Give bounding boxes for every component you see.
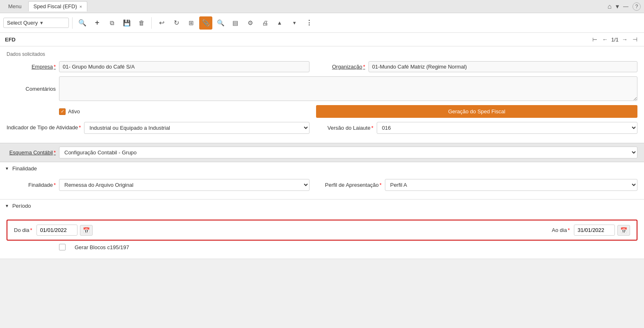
minimize-icon[interactable]: —	[623, 3, 628, 9]
empresa-group: Empresa	[7, 61, 309, 72]
versao-group: Versão do Laiaute 016	[316, 122, 637, 134]
ativo-label: Ativo	[68, 108, 80, 115]
comentarios-textarea[interactable]	[59, 76, 637, 101]
grid-button[interactable]: ⊞	[184, 16, 198, 30]
active-tab-label: Sped Fiscal (EFD)	[34, 3, 77, 9]
geracao-group: Geração do Sped Fiscal	[316, 105, 637, 118]
toolbar-divider-1	[72, 17, 73, 29]
finalidade-select-wrapper: Remessa do Arquivo Original	[59, 179, 309, 191]
finalidade-chevron-icon: ▼	[5, 166, 9, 171]
refresh-button[interactable]: ↻	[170, 16, 183, 30]
delete-button[interactable]: 🗑	[135, 16, 148, 30]
indicador-versao-row: Indicador de Tipo de Atividade Industria…	[7, 122, 637, 134]
perfil-select-wrapper: Perfil A	[385, 179, 637, 191]
periodo-chevron-icon: ▼	[5, 204, 9, 208]
empresa-label[interactable]: Empresa	[7, 64, 56, 70]
tab-close-icon[interactable]: ×	[80, 4, 82, 9]
empresa-input[interactable]	[59, 61, 309, 72]
esquema-select-wrapper: Configuração Contabil - Grupo	[59, 147, 637, 158]
add-button[interactable]: +	[91, 16, 104, 30]
more-button[interactable]: ⋮	[303, 16, 316, 30]
report-button[interactable]: ▤	[229, 16, 242, 30]
gerar-blocos-row: Gerar Blocos c195/197	[7, 244, 637, 250]
home-icon[interactable]: ⌂	[608, 3, 612, 10]
finalidade-label: Finalidade	[7, 182, 56, 188]
esquema-select[interactable]: Configuração Contabil - Grupo	[59, 147, 637, 158]
periodo-section: ▼ Período Do dia 📅 Ao dia 📅	[0, 200, 644, 259]
gerar-blocos-label: Gerar Blocos c195/197	[75, 244, 129, 250]
finalidade-perfil-row: Finalidade Remessa do Arquivo Original P…	[7, 179, 637, 191]
organizacao-input[interactable]	[369, 61, 637, 72]
indicador-select[interactable]: Industrial ou Equipado a Industrial	[84, 122, 309, 133]
versao-label: Versão do Laiaute	[316, 125, 373, 131]
copy-button[interactable]: ⧉	[105, 16, 118, 30]
do-dia-calendar-button[interactable]: 📅	[80, 225, 93, 236]
first-page-button[interactable]: ⊢	[591, 35, 599, 44]
section-title: EFD	[5, 37, 16, 43]
comentarios-row: Comentários	[7, 76, 637, 101]
finalidade-section: ▼ Finalidade Finalidade Remessa do Arqui…	[0, 162, 644, 200]
perfil-select[interactable]: Perfil A	[385, 179, 637, 190]
query-select-label: Select Query	[7, 20, 38, 26]
versao-select[interactable]: 016	[377, 122, 637, 133]
indicador-select-wrapper: Industrial ou Equipado a Industrial	[84, 122, 309, 134]
toolbar-divider-2	[151, 17, 152, 29]
tab-bar-left: Menu Sped Fiscal (EFD) ×	[3, 1, 87, 11]
finalidade-section-title: Finalidade	[12, 165, 37, 172]
perfil-label: Perfil de Apresentação	[316, 182, 382, 188]
help-icon[interactable]: ?	[633, 2, 641, 11]
ao-dia-label: Ao dia	[552, 227, 570, 233]
perfil-group: Perfil de Apresentação Perfil A	[316, 179, 637, 191]
ativo-group: ✓ Ativo	[7, 108, 309, 115]
ao-dia-input[interactable]	[574, 225, 615, 236]
prev-page-button[interactable]: ←	[601, 35, 610, 44]
upload-button[interactable]: ▲	[273, 16, 286, 30]
tab-active[interactable]: Sped Fiscal (EFD) ×	[28, 1, 88, 11]
tab-bar: Menu Sped Fiscal (EFD) × ⌂ ▾ — ?	[0, 0, 644, 13]
arrow-down-icon[interactable]: ▾	[616, 2, 619, 10]
esquema-label[interactable]: Esquema Contábil	[7, 149, 56, 156]
ao-dia-calendar-button[interactable]: 📅	[617, 225, 630, 236]
section-header: EFD ⊢ ← 1/1 → ⊣	[0, 33, 644, 46]
finalidade-group: Finalidade Remessa do Arquivo Original	[7, 179, 309, 191]
esquema-section: Esquema Contábil Configuração Contabil -…	[0, 143, 644, 162]
period-date-box: Do dia 📅 Ao dia 📅	[7, 220, 637, 241]
query-select[interactable]: Select Query ▾	[3, 18, 69, 28]
geracao-sped-button[interactable]: Geração do Sped Fiscal	[316, 105, 637, 118]
main-content: EFD ⊢ ← 1/1 → ⊣ Dados solicitados Empres…	[0, 33, 644, 259]
empresa-organizacao-row: Empresa Organização	[7, 61, 637, 72]
do-dia-input[interactable]	[36, 225, 77, 236]
finalidade-header[interactable]: ▼ Finalidade	[0, 162, 644, 175]
more-down-button[interactable]: ▾	[288, 16, 301, 30]
last-page-button[interactable]: ⊣	[631, 35, 639, 44]
tab-menu[interactable]: Menu	[3, 2, 27, 11]
save-button[interactable]: 💾	[120, 16, 133, 30]
ativo-geracao-row: ✓ Ativo Geração do Sped Fiscal	[7, 105, 637, 118]
finalidade-select[interactable]: Remessa do Arquivo Original	[59, 179, 309, 190]
search-button[interactable]: 🔍	[76, 16, 89, 30]
print-button[interactable]: 🖨	[258, 16, 271, 30]
periodo-content: Do dia 📅 Ao dia 📅 Gerar Blocos c195/197	[0, 212, 644, 259]
ativo-checkbox[interactable]: ✓	[59, 108, 66, 115]
do-dia-group: Do dia 📅	[14, 225, 93, 236]
pagination: ⊢ ← 1/1 → ⊣	[591, 35, 639, 44]
ao-dia-group: Ao dia 📅	[552, 225, 630, 236]
attachment-button[interactable]: 📎	[199, 16, 212, 30]
zoom-button[interactable]: 🔍	[214, 16, 227, 30]
gerar-blocos-checkbox[interactable]	[59, 244, 66, 250]
do-dia-label: Do dia	[14, 227, 32, 233]
query-select-arrow: ▾	[40, 20, 43, 26]
settings-button[interactable]: ⚙	[243, 16, 257, 30]
comentarios-group: Comentários	[7, 76, 637, 101]
finalidade-content: Finalidade Remessa do Arquivo Original P…	[0, 175, 644, 199]
versao-select-wrapper: 016	[377, 122, 637, 134]
periodo-section-title: Período	[12, 203, 31, 209]
organizacao-label[interactable]: Organização	[316, 64, 365, 70]
periodo-header[interactable]: ▼ Período	[0, 200, 644, 212]
undo-button[interactable]: ↩	[155, 16, 168, 30]
organizacao-group: Organização	[316, 61, 637, 72]
indicador-label: Indicador de Tipo de Atividade	[7, 124, 81, 131]
tab-bar-right: ⌂ ▾ — ?	[608, 2, 641, 11]
next-page-button[interactable]: →	[620, 35, 629, 44]
form-area: Dados solicitados Empresa Organização Co…	[0, 46, 644, 143]
